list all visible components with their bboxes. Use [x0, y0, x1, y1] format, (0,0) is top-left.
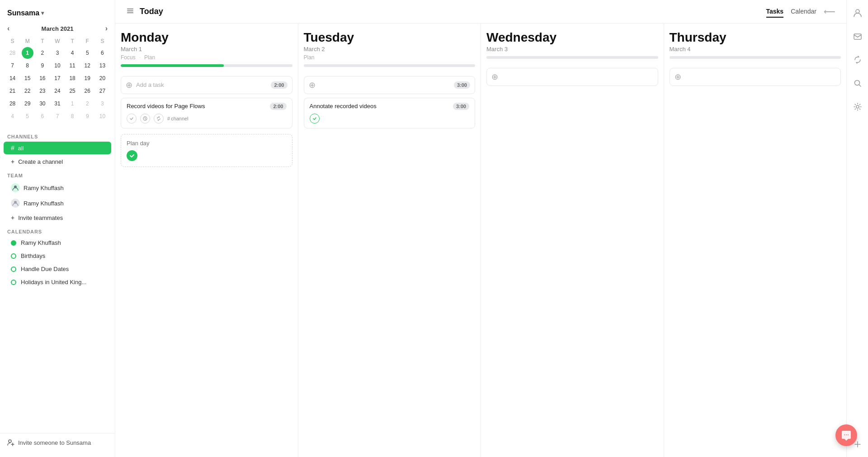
cal-day[interactable]: 8	[66, 110, 78, 122]
cal-day[interactable]: 7	[52, 110, 63, 122]
sidebar-collapse-button[interactable]	[126, 7, 134, 17]
cal-day[interactable]: 2	[81, 98, 93, 109]
invite-someone-button[interactable]: Invite someone to Sunsama	[7, 439, 108, 446]
rail-mail-icon[interactable]	[850, 29, 865, 43]
cal-day[interactable]: 26	[81, 85, 93, 97]
cal-next-button[interactable]: ›	[104, 24, 109, 33]
cal-day[interactable]: 28	[7, 47, 19, 59]
task-complete-done-button[interactable]	[310, 114, 320, 124]
wednesday-date: March 3	[486, 46, 658, 52]
cal-day[interactable]: 6	[96, 47, 108, 59]
cal-day[interactable]: 5	[81, 47, 93, 59]
cal-day[interactable]: 3	[52, 47, 63, 59]
svg-rect-10	[854, 34, 861, 39]
cal-day[interactable]: 13	[96, 60, 108, 71]
cal-day[interactable]: 12	[81, 60, 93, 71]
cal-day[interactable]: 25	[66, 85, 78, 97]
day-col-tuesday: Tuesday March 2 Plan ⊕ 3:00 Annotate rec…	[298, 24, 481, 457]
cal-day-today[interactable]: 1	[22, 47, 33, 59]
task-complete-button[interactable]	[127, 114, 137, 124]
sidebar-item-team-member-1[interactable]: Ramy Khuffash	[4, 181, 111, 195]
cal-day[interactable]: 11	[66, 60, 78, 71]
cal-day[interactable]: 3	[96, 98, 108, 109]
sidebar-item-cal-ramy[interactable]: Ramy Khuffash	[4, 237, 111, 249]
task-time-badge: 2:00	[270, 103, 286, 110]
cal-day[interactable]: 10	[96, 110, 108, 122]
cal-day[interactable]: 30	[37, 98, 48, 109]
thursday-header: Thursday March 4	[670, 31, 841, 62]
cal-day[interactable]: 29	[22, 98, 33, 109]
calendar-name: Birthdays	[21, 252, 45, 259]
sidebar-item-invite-teammates[interactable]: + Invite teammates	[4, 211, 111, 224]
cal-day[interactable]: 18	[66, 72, 78, 84]
calendar-name: Holidays in United King...	[21, 279, 86, 286]
cal-day[interactable]: 4	[7, 110, 19, 122]
add-task-label: Add a task	[136, 81, 164, 88]
day-col-thursday: Thursday March 4 ⊕	[664, 24, 847, 457]
sidebar-item-cal-due-dates[interactable]: Handle Due Dates	[4, 263, 111, 275]
cal-day[interactable]: 28	[7, 98, 19, 109]
task-time-badge: 3:00	[453, 103, 469, 110]
cal-day[interactable]: 20	[96, 72, 108, 84]
sidebar-item-team-member-2[interactable]: Ramy Khuffash	[4, 196, 111, 210]
cal-day[interactable]: 8	[22, 60, 33, 71]
cal-month-year: March 2021	[42, 25, 74, 32]
rail-profile-icon[interactable]	[850, 5, 865, 20]
thursday-date: March 4	[670, 46, 841, 52]
sidebar-item-create-channel[interactable]: + Create a channel	[4, 155, 111, 168]
chat-fab-button[interactable]	[835, 424, 857, 446]
wednesday-add-task[interactable]: ⊕	[486, 68, 658, 86]
cal-day[interactable]: 9	[37, 60, 48, 71]
cal-day[interactable]: 19	[81, 72, 93, 84]
cal-day[interactable]: 21	[7, 85, 19, 97]
tab-tasks[interactable]: Tasks	[766, 6, 784, 18]
cal-day[interactable]: 22	[22, 85, 33, 97]
cal-prev-button[interactable]: ‹	[5, 24, 11, 33]
cal-day[interactable]: 15	[22, 72, 33, 84]
cal-day[interactable]: 5	[22, 110, 33, 122]
sidebar-item-label: Create a channel	[18, 158, 63, 165]
plan-link[interactable]: Plan	[144, 54, 155, 61]
rail-settings-icon[interactable]	[850, 100, 865, 114]
monday-date: March 1	[121, 46, 292, 52]
cal-day[interactable]: 14	[7, 72, 19, 84]
tuesday-add-task[interactable]: ⊕ 3:00	[304, 76, 476, 94]
focus-link[interactable]: Focus	[121, 54, 136, 61]
cal-day[interactable]: 17	[52, 72, 63, 84]
cal-day[interactable]: 16	[37, 72, 48, 84]
team-member-name: Ramy Khuffash	[24, 200, 64, 207]
thursday-add-task[interactable]: ⊕	[670, 68, 841, 86]
sidebar-item-cal-birthdays[interactable]: Birthdays	[4, 250, 111, 262]
cal-day[interactable]: 23	[37, 85, 48, 97]
tab-calendar[interactable]: Calendar	[791, 6, 816, 18]
cal-day[interactable]: 7	[7, 60, 19, 71]
invite-teammates-label: Invite teammates	[18, 214, 63, 221]
task-title: Record videos for Page Flows	[127, 103, 266, 109]
cal-day[interactable]: 27	[96, 85, 108, 97]
cal-day[interactable]: 6	[37, 110, 48, 122]
collapse-icon[interactable]: ⟵	[824, 7, 835, 17]
tuesday-name: Tuesday	[304, 31, 476, 45]
dow-wed: W	[50, 36, 64, 46]
cal-day[interactable]: 4	[66, 47, 78, 59]
task-schedule-button[interactable]	[140, 114, 150, 124]
sidebar-item-cal-holidays[interactable]: Holidays in United King...	[4, 276, 111, 288]
task-repeat-button[interactable]	[154, 114, 164, 124]
task-card-record-videos: Record videos for Page Flows 2:00 channe…	[121, 98, 292, 129]
sidebar-item-all[interactable]: # all	[4, 142, 111, 154]
cal-day[interactable]: 31	[52, 98, 63, 109]
plan-link[interactable]: Plan	[304, 54, 315, 61]
cal-day[interactable]: 2	[37, 47, 48, 59]
cal-day[interactable]: 24	[52, 85, 63, 97]
rail-refresh-icon[interactable]	[850, 52, 865, 67]
cal-day[interactable]: 1	[66, 98, 78, 109]
rail-search-icon[interactable]	[850, 76, 865, 90]
cal-day[interactable]: 10	[52, 60, 63, 71]
dow-fri: F	[80, 36, 94, 46]
hash-icon: #	[11, 144, 14, 152]
monday-add-task[interactable]: ⊕ Add a task 2:00	[121, 76, 292, 94]
plan-day-check-icon[interactable]	[127, 150, 137, 161]
cal-day[interactable]: 9	[81, 110, 93, 122]
app-title[interactable]: Sunsama ▾	[0, 5, 115, 24]
task-channel-tag[interactable]: channel	[167, 116, 189, 121]
